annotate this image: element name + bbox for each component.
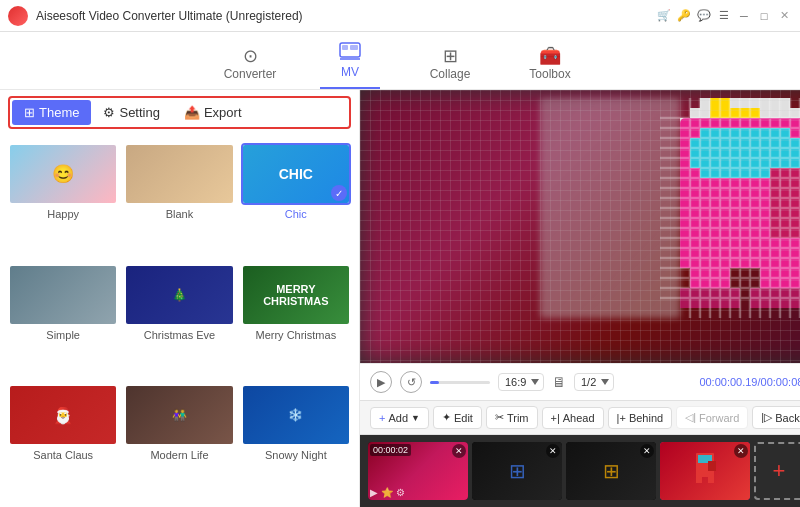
theme-label-christmas-eve: Christmas Eve — [144, 329, 216, 341]
theme-thumb-santa-claus: 🎅 — [8, 384, 118, 446]
clip-close-4[interactable]: ✕ — [734, 444, 748, 458]
left-panel: ⊞ Theme ⚙ Setting 📤 Export 😊HappyBlankCH… — [0, 90, 360, 507]
edit-icon: ✦ — [442, 411, 451, 424]
add-button[interactable]: + Add ▼ — [370, 407, 429, 429]
pixel-art — [660, 98, 800, 322]
theme-thumb-chic: CHIC✓ — [241, 143, 351, 205]
theme-tab-icon: ⊞ — [24, 105, 35, 120]
sub-tabs: ⊞ Theme ⚙ Setting 📤 Export — [8, 96, 351, 129]
controls-bar: ▶ ↺ 16:9 4:3 1:1 🖥 1/2 1/1 00:00:00.19/0… — [360, 363, 800, 400]
toolbox-icon: 🧰 — [539, 47, 561, 65]
cart-icon[interactable]: 🛒 — [656, 8, 672, 24]
trim-button[interactable]: ✂ Trim — [486, 406, 538, 429]
theme-item-modern-life[interactable]: 👫Modern Life — [124, 384, 234, 499]
nav-collage-label: Collage — [430, 67, 471, 81]
menu-icon[interactable]: ☰ — [716, 8, 732, 24]
theme-grid: 😊HappyBlankCHIC✓ChicSimple🎄Christmas Eve… — [0, 135, 359, 507]
svg-rect-56 — [696, 475, 702, 483]
tab-setting-label: Setting — [119, 105, 159, 120]
tab-theme-label: Theme — [39, 105, 79, 120]
theme-label-chic: Chic — [285, 208, 307, 220]
ahead-icon: +| — [551, 412, 560, 424]
forward-icon: ◁| — [685, 411, 696, 424]
theme-label-merry-christmas: Merry Christmas — [255, 329, 336, 341]
nav-toolbox[interactable]: 🧰 Toolbox — [520, 47, 580, 89]
progress-track[interactable] — [430, 381, 490, 384]
svg-rect-2 — [350, 45, 358, 50]
theme-label-snowy-night: Snowy Night — [265, 449, 327, 461]
app-logo — [8, 6, 28, 26]
size-select[interactable]: 1/2 1/1 — [574, 373, 614, 391]
theme-label-happy: Happy — [47, 208, 79, 220]
timeline-clip-3[interactable]: ⊞ ✕ — [566, 442, 656, 500]
tab-export[interactable]: 📤 Export — [172, 100, 254, 125]
svg-rect-14 — [730, 108, 760, 118]
theme-label-modern-life: Modern Life — [150, 449, 208, 461]
svg-rect-12 — [690, 138, 800, 168]
theme-thumb-modern-life: 👫 — [124, 384, 234, 446]
close-icon[interactable]: ✕ — [776, 8, 792, 24]
backward-button[interactable]: |▷ Backward — [752, 406, 800, 429]
tab-export-label: Export — [204, 105, 242, 120]
clip-close-2[interactable]: ✕ — [546, 444, 560, 458]
theme-thumb-christmas-eve: 🎄 — [124, 264, 234, 326]
titlebar: Aiseesoft Video Converter Ultimate (Unre… — [0, 0, 800, 32]
nav-converter[interactable]: ⊙ Converter — [220, 47, 280, 89]
nav-mv[interactable]: MV — [320, 42, 380, 89]
tab-theme[interactable]: ⊞ Theme — [12, 100, 91, 125]
chat-icon[interactable]: 💬 — [696, 8, 712, 24]
maximize-icon[interactable]: □ — [756, 8, 772, 24]
forward-button[interactable]: ◁| Forward — [676, 406, 748, 429]
behind-button[interactable]: |+ Behind — [608, 407, 673, 429]
add-dropdown-icon: ▼ — [411, 413, 420, 423]
nav-collage[interactable]: ⊞ Collage — [420, 47, 480, 89]
theme-item-simple[interactable]: Simple — [8, 264, 118, 379]
time-current: 00:00:00.19 — [699, 376, 757, 388]
screen-icon[interactable]: 🖥 — [552, 374, 566, 390]
nav-converter-label: Converter — [224, 67, 277, 81]
theme-thumb-merry-christmas: MERRYCHRISTMAS — [241, 264, 351, 326]
timeline-clip-1[interactable]: 00:00:02 ✕ ▶⭐⚙ — [368, 442, 468, 500]
add-clip-button[interactable]: + — [754, 442, 800, 500]
tab-setting[interactable]: ⚙ Setting — [91, 100, 171, 125]
aspect-ratio-select[interactable]: 16:9 4:3 1:1 — [498, 373, 544, 391]
timeline-toolbar: + Add ▼ ✦ Edit ✂ Trim +| Ahead |+ Behind… — [360, 400, 800, 435]
minimize-icon[interactable]: ─ — [736, 8, 752, 24]
theme-item-merry-christmas[interactable]: MERRYCHRISTMASMerry Christmas — [241, 264, 351, 379]
edit-button[interactable]: ✦ Edit — [433, 406, 482, 429]
behind-icon: |+ — [617, 412, 626, 424]
app-title: Aiseesoft Video Converter Ultimate (Unre… — [36, 9, 656, 23]
theme-thumb-simple — [8, 264, 118, 326]
refresh-button[interactable]: ↺ — [400, 371, 422, 393]
theme-item-happy[interactable]: 😊Happy — [8, 143, 118, 258]
window-controls: 🛒 🔑 💬 ☰ ─ □ ✕ — [656, 8, 792, 24]
key-icon[interactable]: 🔑 — [676, 8, 692, 24]
timeline-clip-2[interactable]: ⊞ ✕ — [472, 442, 562, 500]
timeline-clip-4[interactable]: ✕ — [660, 442, 750, 500]
theme-item-blank[interactable]: Blank — [124, 143, 234, 258]
setting-tab-icon: ⚙ — [103, 105, 115, 120]
add-icon: + — [379, 412, 385, 424]
svg-rect-1 — [342, 45, 348, 50]
svg-rect-55 — [708, 461, 716, 471]
play-button[interactable]: ▶ — [370, 371, 392, 393]
time-total: 00:00:08.00 — [761, 376, 800, 388]
ahead-button[interactable]: +| Ahead — [542, 407, 604, 429]
svg-rect-57 — [708, 475, 714, 483]
clip-time-1: 00:00:02 — [370, 444, 411, 456]
theme-item-christmas-eve[interactable]: 🎄Christmas Eve — [124, 264, 234, 379]
theme-thumb-blank — [124, 143, 234, 205]
clip-close-3[interactable]: ✕ — [640, 444, 654, 458]
theme-item-santa-claus[interactable]: 🎅Santa Claus — [8, 384, 118, 499]
theme-label-blank: Blank — [166, 208, 194, 220]
converter-icon: ⊙ — [243, 47, 258, 65]
theme-item-snowy-night[interactable]: ❄️Snowy Night — [241, 384, 351, 499]
theme-label-santa-claus: Santa Claus — [33, 449, 93, 461]
mv-icon — [339, 42, 361, 63]
theme-item-chic[interactable]: CHIC✓Chic — [241, 143, 351, 258]
right-panel: ▶ ↺ 16:9 4:3 1:1 🖥 1/2 1/1 00:00:00.19/0… — [360, 90, 800, 507]
clip-close-1[interactable]: ✕ — [452, 444, 466, 458]
trim-icon: ✂ — [495, 411, 504, 424]
main-content: ⊞ Theme ⚙ Setting 📤 Export 😊HappyBlankCH… — [0, 90, 800, 507]
collage-icon: ⊞ — [443, 47, 458, 65]
